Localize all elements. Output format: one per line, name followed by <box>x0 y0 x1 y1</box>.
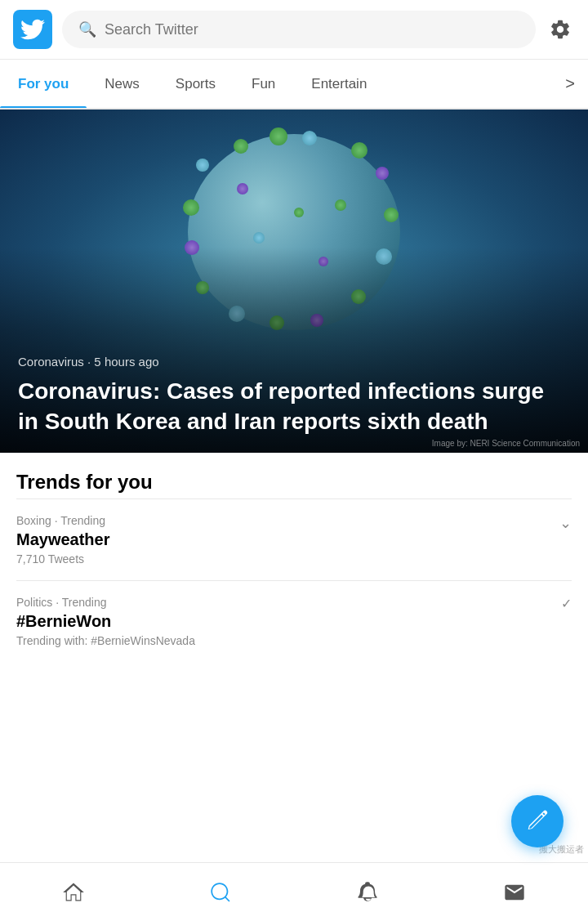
trend-2-check: ✓ <box>561 596 572 611</box>
mail-icon <box>503 881 526 904</box>
trend-2-category: Politics · Trending <box>16 596 572 609</box>
nav-search[interactable] <box>196 868 245 917</box>
hero-attribution: Image by: NERI Science Communication <box>432 439 580 448</box>
home-icon <box>62 881 85 904</box>
trend-1-category: Boxing · Trending <box>16 514 572 527</box>
trends-section: Trends for you Boxing · Trending Mayweat… <box>0 453 588 670</box>
tabs-nav: For you News Sports Fun Entertain > <box>0 60 588 110</box>
hero-meta: Coronavirus · 5 hours ago <box>18 355 570 369</box>
compose-fab[interactable] <box>511 795 564 847</box>
trend-1-chevron[interactable]: ⌄ <box>559 514 572 532</box>
header: 🔍 <box>0 0 588 60</box>
tab-news[interactable]: News <box>87 61 158 107</box>
settings-button[interactable] <box>546 15 575 44</box>
twitter-bird-icon <box>20 17 45 42</box>
nav-home[interactable] <box>49 868 98 917</box>
tab-for-you[interactable]: For you <box>0 61 87 107</box>
tab-entertainment[interactable]: Entertain <box>293 61 385 107</box>
search-bar[interactable]: 🔍 <box>62 11 536 48</box>
hero-content: Coronavirus · 5 hours ago Coronavirus: C… <box>0 338 588 453</box>
trend-2-sub: Trending with: #BernieWinsNevada <box>16 634 572 647</box>
search-nav-icon <box>209 881 232 904</box>
tab-fun[interactable]: Fun <box>234 61 293 107</box>
gear-icon <box>549 18 572 41</box>
tab-sports[interactable]: Sports <box>158 61 234 107</box>
hero-article[interactable]: Coronavirus · 5 hours ago Coronavirus: C… <box>0 110 588 453</box>
trend-2-name: #BernieWon <box>16 612 572 631</box>
search-input[interactable] <box>105 21 519 38</box>
hero-title: Coronavirus: Cases of reported infection… <box>18 377 570 436</box>
bell-icon <box>356 881 379 904</box>
trends-title: Trends for you <box>16 471 572 494</box>
twitter-logo[interactable] <box>13 10 52 49</box>
tabs-more-arrow[interactable]: > <box>552 60 588 108</box>
trend-item-berniewon[interactable]: Politics · Trending #BernieWon Trending … <box>16 580 572 662</box>
nav-notifications[interactable] <box>343 868 392 917</box>
trend-1-count: 7,710 Tweets <box>16 552 572 566</box>
search-icon: 🔍 <box>78 20 96 38</box>
nav-messages[interactable] <box>490 868 539 917</box>
trend-item-mayweather[interactable]: Boxing · Trending Mayweather 7,710 Tweet… <box>16 499 572 580</box>
trend-1-name: Mayweather <box>16 530 572 549</box>
bottom-nav <box>0 862 588 921</box>
compose-pen-icon <box>526 810 549 833</box>
